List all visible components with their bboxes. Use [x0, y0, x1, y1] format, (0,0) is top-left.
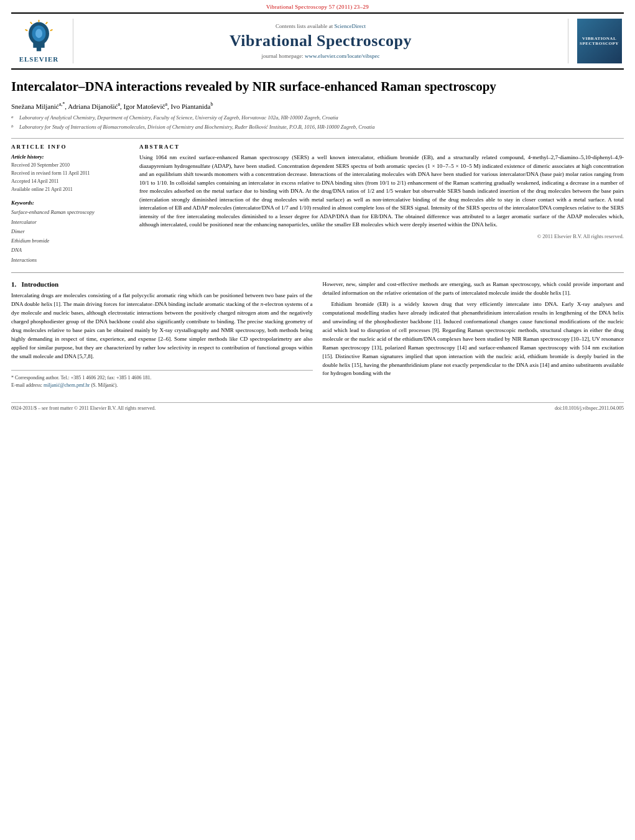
article-title: Intercalator–DNA interactions revealed b…: [11, 78, 624, 95]
article-history-block: Article history: Received 20 September 2…: [11, 154, 129, 193]
intro-col-left-text: Intercalating drugs are molecules consis…: [11, 292, 313, 361]
keyword-2: Intercalator: [11, 218, 129, 227]
keywords-block: Keywords: Surface-enhanced Raman spectro…: [11, 200, 129, 265]
main-content: Intercalator–DNA interactions revealed b…: [0, 70, 635, 396]
journal-homepage: journal homepage: www.elsevier.com/locat…: [262, 53, 380, 59]
abstract-col: ABSTRACT Using 1064 nm excited surface-e…: [139, 144, 624, 265]
history-label: Article history:: [11, 154, 129, 160]
intro-col-left: 1. Introduction Intercalating drugs are …: [11, 280, 313, 390]
abstract-heading: ABSTRACT: [139, 144, 624, 150]
svg-line-7: [50, 30, 53, 31]
abstract-text: Using 1064 nm excited surface-enhanced R…: [139, 154, 624, 229]
email-link[interactable]: miljanić@chem.pmf.hr: [44, 382, 90, 388]
intro-col-right-text: However, new, simpler and cost-effective…: [323, 280, 624, 378]
journal-title: Vibrational Spectroscopy: [229, 32, 412, 50]
authors-line: Snežana Miljanića,*, Adriana Dijanošića,…: [11, 101, 624, 110]
intro-section-title: 1. Introduction: [11, 280, 313, 288]
article-info-col: ARTICLE INFO Article history: Received 2…: [11, 144, 129, 265]
affiliation-a: a Laboratory of Analytical Chemistry, De…: [11, 114, 624, 123]
author-2: Adriana Dijanošića,: [68, 103, 123, 110]
keyword-4: Ethidium bromide: [11, 236, 129, 246]
journal-header: Vibrational Spectroscopy 57 (2011) 23–29: [0, 0, 635, 70]
corresponding-footnote: * Corresponding author. Tel.: +385 1 460…: [11, 374, 313, 382]
revised-date: Received in revised form 11 April 2011: [11, 170, 129, 178]
section-divider: [11, 272, 624, 273]
keywords-label: Keywords:: [11, 200, 129, 206]
footnote-area: * Corresponding author. Tel.: +385 1 460…: [11, 370, 313, 390]
journal-center: Contents lists available at ScienceDirec…: [73, 19, 568, 63]
intro-col-right: However, new, simpler and cost-effective…: [323, 280, 624, 390]
affiliations: a Laboratory of Analytical Chemistry, De…: [11, 114, 624, 132]
svg-line-8: [30, 22, 32, 24]
keyword-1: Surface-enhanced Raman spectroscopy: [11, 208, 129, 217]
elsevier-logo: ELSEVIER: [19, 19, 59, 63]
doi-line: doi:10.1016/j.vibspec.2011.04.005: [555, 405, 624, 411]
accepted-date: Accepted 14 April 2011: [11, 178, 129, 186]
article-info-heading: ARTICLE INFO: [11, 144, 129, 150]
sciencedirect-link[interactable]: ScienceDirect: [335, 23, 366, 29]
homepage-url[interactable]: www.elsevier.com/locate/vibspec: [305, 53, 379, 59]
keyword-3: Dimer: [11, 227, 129, 236]
elsevier-wordmark: ELSEVIER: [19, 55, 59, 63]
svg-point-4: [35, 29, 42, 39]
page-footer: 0924-2031/$ – see front matter © 2011 El…: [11, 402, 624, 411]
journal-top-bar: Vibrational Spectroscopy 57 (2011) 23–29: [0, 4, 635, 10]
contents-line: Contents lists available at ScienceDirec…: [276, 23, 366, 29]
journal-logo-right: VIBRATIONAL SPECTROSCOPY: [568, 19, 624, 63]
elsevier-tree-icon: [22, 19, 56, 53]
author-1: Snežana Miljanića,*,: [11, 103, 68, 110]
journal-banner: ELSEVIER Contents lists available at Sci…: [11, 12, 624, 70]
svg-line-9: [25, 30, 27, 31]
email-footnote: E-mail address: miljanić@chem.pmf.hr (S.…: [11, 382, 313, 390]
journal-volume-info: Vibrational Spectroscopy 57 (2011) 23–29: [266, 4, 369, 10]
affiliation-b: b Laboratory for Study of Interactions o…: [11, 123, 624, 132]
elsevier-logo-area: ELSEVIER: [11, 19, 73, 63]
author-4: Ivo Piantanidab: [171, 103, 213, 110]
article-info-abstract: ARTICLE INFO Article history: Received 2…: [11, 138, 624, 265]
available-date: Available online 21 April 2011: [11, 186, 129, 194]
issn-line: 0924-2031/$ – see front matter © 2011 El…: [11, 405, 155, 411]
introduction-section: 1. Introduction Intercalating drugs are …: [11, 280, 624, 390]
svg-line-6: [45, 22, 47, 24]
author-3: Igor Matoševiča,: [124, 103, 171, 110]
keyword-5: DNA: [11, 246, 129, 255]
vib-spec-badge: VIBRATIONAL SPECTROSCOPY: [577, 19, 622, 63]
received-date: Received 20 September 2010: [11, 162, 129, 170]
keyword-6: Interactions: [11, 256, 129, 265]
copyright-line: © 2011 Elsevier B.V. All rights reserved…: [139, 233, 624, 239]
